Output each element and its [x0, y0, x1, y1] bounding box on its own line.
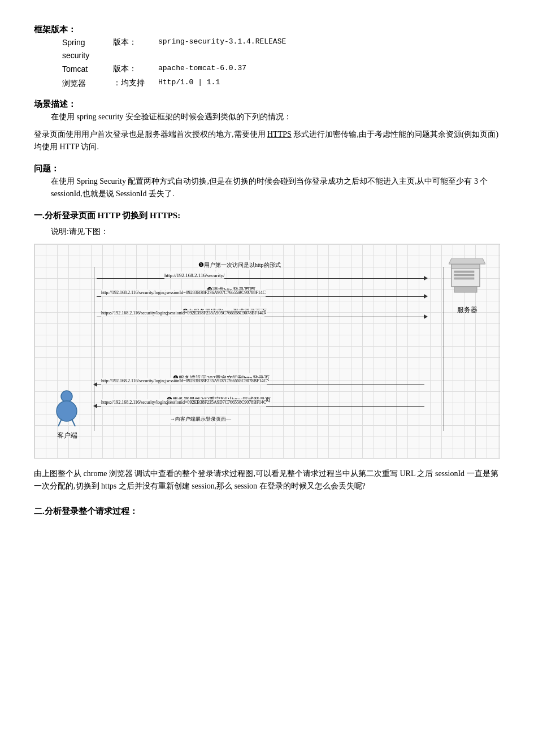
analysis-para: 由上图整个从 chrome 浏览器 调试中查看的整个登录请求过程图,可以看见整个… — [34, 468, 500, 493]
left-vline — [94, 267, 94, 431]
analysis-text: 由上图整个从 chrome 浏览器 调试中查看的整个登录请求过程图,可以看见整个… — [34, 469, 498, 490]
arrow3-label: https://192.168.2.116/security/login;jse… — [101, 310, 264, 317]
svg-line-2 — [58, 419, 62, 426]
problem-title: 问题： — [34, 164, 59, 173]
svg-rect-5 — [451, 264, 480, 269]
svg-point-0 — [61, 391, 72, 402]
arrow5-label: https://192.168.2.116/security/login;jse… — [101, 399, 266, 407]
section2-title: 二.分析登录整个请求过程： — [34, 504, 500, 518]
server-icon — [449, 258, 485, 301]
scenario-title: 场景描述： — [34, 100, 76, 109]
section2: 二.分析登录整个请求过程： — [34, 504, 500, 518]
browser-version-label: ：均支持 — [113, 77, 158, 89]
tomcat-value: apache-tomcat-6.0.37 — [158, 63, 246, 75]
framework-row-spring: Spring security 版本： spring-security-3.1.… — [62, 36, 500, 62]
framework-title: 框架版本： — [34, 25, 76, 34]
analysis-section: 由上图整个从 chrome 浏览器 调试中查看的整个登录请求过程图,可以看见整个… — [34, 468, 500, 493]
framework-row-browser: 浏览器 ：均支持 Http/1.0 | 1.1 — [62, 77, 500, 89]
arrow2-label: http://192.168.2.116/security/login;jses… — [101, 290, 266, 297]
scenario-https: HTTPS — [267, 130, 292, 139]
spring-version-label: 版本： — [113, 36, 158, 62]
tomcat-version-label: 版本： — [113, 63, 158, 75]
scenario-para2: 登录页面使用用户首次登录也是服务器端首次授权的地方,需要使用 HTTPS 形式进… — [34, 128, 500, 154]
scenario-para1: 在使用 spring security 安全验证框架的时候会遇到类似的下列的情况… — [34, 111, 500, 123]
section1-title: 一.分析登录页面 HTTP 切换到 HTTPS: — [34, 209, 500, 222]
arrow4-label: http://192.168.2.116/security/login;jses… — [101, 378, 267, 385]
svg-rect-7 — [454, 274, 474, 276]
framework-table: Spring security 版本： spring-security-3.1.… — [34, 36, 500, 89]
scenario-para2-prefix: 登录页面使用用户首次登录也是服务器端首次授权的地方,需要使用 — [34, 130, 267, 139]
framework-section: 框架版本： Spring security 版本： spring-securit… — [34, 23, 500, 89]
tomcat-label: Tomcat — [62, 63, 113, 75]
section1-note: 说明:请见下图： — [34, 226, 500, 238]
scenario-para2-suffix: 访问. — [79, 142, 99, 151]
diagram-content: ❶用户第一次访问是以http的形式 http://192.168.2.116/s… — [40, 250, 494, 452]
arrow1 — [97, 278, 424, 279]
problem-section: 问题： 在使用 Spring Security 配置两种方式自动切换,但是在切换… — [34, 162, 500, 201]
scenario-section: 场景描述： 在使用 spring security 安全验证框架的时候会遇到类似… — [34, 97, 500, 154]
server-label: 服务器 — [449, 305, 485, 316]
browser-value: Http/1.0 | 1.1 — [158, 77, 220, 89]
client-figure: 客户端 — [51, 390, 83, 442]
svg-marker-9 — [449, 258, 485, 264]
svg-rect-10 — [454, 287, 477, 292]
browser-label: 浏览器 — [62, 77, 113, 89]
svg-rect-6 — [454, 271, 474, 273]
right-vline — [444, 267, 444, 431]
client-label: 客户端 — [51, 430, 83, 441]
diagram: ❶用户第一次访问是以http的形式 http://192.168.2.116/s… — [34, 244, 500, 459]
scenario-para1-text: 在使用 spring security 安全验证框架的时候会遇到类似的下列的情况… — [51, 113, 292, 121]
svg-rect-8 — [454, 278, 474, 279]
final-label: →向客户端展示登录页面— — [170, 415, 231, 423]
spring-value: spring-security-3.1.4.RELEASE — [158, 36, 286, 62]
page-content: 框架版本： Spring security 版本： spring-securit… — [34, 23, 500, 518]
spring-label: Spring security — [62, 36, 113, 62]
problem-para1-text: 在使用 Spring Security 配置两种方式自动切换,但是在切换的时候会… — [51, 177, 488, 198]
section1-note-text: 说明:请见下图： — [51, 227, 108, 236]
framework-row-tomcat: Tomcat 版本： apache-tomcat-6.0.37 — [62, 63, 500, 75]
scenario-http: HTTP — [60, 142, 79, 151]
section1: 一.分析登录页面 HTTP 切换到 HTTPS: 说明:请见下图： ❶用户第一次… — [34, 209, 500, 459]
step1-label: ❶用户第一次访问是以http的形式 — [198, 260, 281, 270]
client-icon — [51, 390, 83, 426]
svg-line-3 — [72, 419, 75, 426]
server-figure: 服务器 — [449, 258, 485, 316]
arrow1-label: http://192.168.2.116/security/ — [164, 271, 224, 279]
svg-point-1 — [57, 401, 77, 421]
problem-para1: 在使用 Spring Security 配置两种方式自动切换,但是在切换的时候会… — [34, 175, 500, 201]
